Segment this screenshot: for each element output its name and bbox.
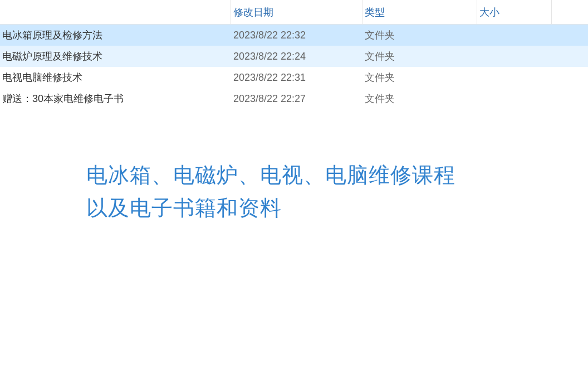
file-name: 电磁炉原理及维修技术 — [0, 46, 231, 67]
rows-container: 电冰箱原理及检修方法2023/8/22 22:32文件夹电磁炉原理及维修技术20… — [0, 25, 588, 109]
file-size — [477, 88, 588, 109]
file-name: 电视电脑维修技术 — [0, 67, 231, 88]
file-type: 文件夹 — [362, 46, 477, 67]
file-size — [477, 46, 588, 67]
header-divider — [551, 0, 552, 25]
column-header-size[interactable]: 大小 — [477, 0, 588, 24]
caption-line-1: 电冰箱、电磁炉、电视、电脑维修课程 — [86, 159, 455, 192]
column-header-name[interactable] — [0, 0, 231, 24]
column-header-row: 修改日期 类型 大小 — [0, 0, 588, 25]
table-row[interactable]: 电视电脑维修技术2023/8/22 22:31文件夹 — [0, 67, 588, 88]
file-type: 文件夹 — [362, 67, 477, 88]
file-name: 电冰箱原理及检修方法 — [0, 25, 231, 46]
caption-overlay: 电冰箱、电磁炉、电视、电脑维修课程 以及电子书籍和资料 — [86, 159, 455, 225]
file-list: 修改日期 类型 大小 电冰箱原理及检修方法2023/8/22 22:32文件夹电… — [0, 0, 588, 109]
column-header-type[interactable]: 类型 — [362, 0, 477, 24]
table-row[interactable]: 电冰箱原理及检修方法2023/8/22 22:32文件夹 — [0, 25, 588, 46]
table-row[interactable]: 赠送：30本家电维修电子书2023/8/22 22:27文件夹 — [0, 88, 588, 109]
file-type: 文件夹 — [362, 88, 477, 109]
file-name: 赠送：30本家电维修电子书 — [0, 88, 231, 109]
file-type: 文件夹 — [362, 25, 477, 46]
table-row[interactable]: 电磁炉原理及维修技术2023/8/22 22:24文件夹 — [0, 46, 588, 67]
file-date: 2023/8/22 22:32 — [231, 25, 362, 46]
file-date: 2023/8/22 22:31 — [231, 67, 362, 88]
column-header-date[interactable]: 修改日期 — [231, 0, 362, 24]
file-date: 2023/8/22 22:27 — [231, 88, 362, 109]
caption-line-2: 以及电子书籍和资料 — [86, 192, 455, 225]
file-size — [477, 67, 588, 88]
file-size — [477, 25, 588, 46]
file-date: 2023/8/22 22:24 — [231, 46, 362, 67]
